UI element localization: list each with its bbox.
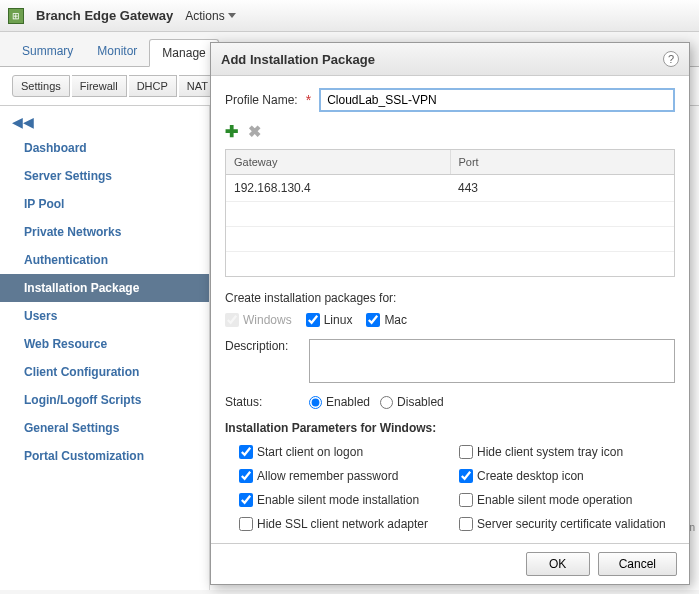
table-row[interactable] xyxy=(226,202,674,227)
start-on-logon-label: Start client on logon xyxy=(257,445,363,459)
sidebar-item-portal-customization[interactable]: Portal Customization xyxy=(0,442,209,470)
sidebar-item-server-settings[interactable]: Server Settings xyxy=(0,162,209,190)
start-on-logon-checkbox[interactable] xyxy=(239,445,253,459)
remember-password-label: Allow remember password xyxy=(257,469,398,483)
mac-label: Mac xyxy=(384,313,407,327)
required-star-icon: * xyxy=(306,92,311,108)
tab-manage[interactable]: Manage xyxy=(149,39,218,67)
subtab-dhcp[interactable]: DHCP xyxy=(129,75,177,97)
profile-name-label: Profile Name: xyxy=(225,93,298,107)
page-title: Branch Edge Gateway xyxy=(36,8,173,23)
windows-label: Windows xyxy=(243,313,292,327)
caret-down-icon xyxy=(228,13,236,18)
linux-checkbox[interactable] xyxy=(306,313,320,327)
description-textarea[interactable] xyxy=(309,339,675,383)
silent-install-checkbox[interactable] xyxy=(239,493,253,507)
linux-label: Linux xyxy=(324,313,353,327)
sidebar-item-users[interactable]: Users xyxy=(0,302,209,330)
sidebar-item-authentication[interactable]: Authentication xyxy=(0,246,209,274)
app-icon: ⊞ xyxy=(8,8,24,24)
dialog-title: Add Installation Package xyxy=(221,52,375,67)
grid-header-port[interactable]: Port xyxy=(451,150,675,174)
status-disabled-label: Disabled xyxy=(397,395,444,409)
hide-adapter-label: Hide SSL client network adapter xyxy=(257,517,428,531)
actions-menu[interactable]: Actions xyxy=(185,9,235,23)
sidebar-item-installation-package[interactable]: Installation Package xyxy=(0,274,209,302)
ok-button[interactable]: OK xyxy=(526,552,590,576)
table-row[interactable]: 192.168.130.4 443 xyxy=(226,175,674,202)
table-row[interactable] xyxy=(226,227,674,252)
sidebar-item-web-resource[interactable]: Web Resource xyxy=(0,330,209,358)
sidebar-collapse-icon[interactable]: ◀◀ xyxy=(0,110,209,134)
sidebar-item-general-settings[interactable]: General Settings xyxy=(0,414,209,442)
sidebar-item-dashboard[interactable]: Dashboard xyxy=(0,134,209,162)
subtab-settings[interactable]: Settings xyxy=(12,75,70,97)
add-installation-package-dialog: Add Installation Package ? Profile Name:… xyxy=(210,42,690,585)
remove-row-icon[interactable]: ✖ xyxy=(248,122,261,141)
profile-name-input[interactable] xyxy=(319,88,675,112)
tab-monitor[interactable]: Monitor xyxy=(85,38,149,66)
grid-cell-port: 443 xyxy=(450,175,674,201)
tab-summary[interactable]: Summary xyxy=(10,38,85,66)
silent-operation-label: Enable silent mode operation xyxy=(477,493,632,507)
hide-tray-label: Hide client system tray icon xyxy=(477,445,623,459)
actions-label: Actions xyxy=(185,9,224,23)
server-cert-checkbox[interactable] xyxy=(459,517,473,531)
silent-install-label: Enable silent mode installation xyxy=(257,493,419,507)
create-desktop-icon-checkbox[interactable] xyxy=(459,469,473,483)
subtab-firewall[interactable]: Firewall xyxy=(72,75,127,97)
create-desktop-icon-label: Create desktop icon xyxy=(477,469,584,483)
status-disabled-radio[interactable] xyxy=(380,396,393,409)
params-heading: Installation Parameters for Windows: xyxy=(225,421,675,435)
add-row-icon[interactable]: ✚ xyxy=(225,122,238,141)
sidebar-item-client-configuration[interactable]: Client Configuration xyxy=(0,358,209,386)
hide-adapter-checkbox[interactable] xyxy=(239,517,253,531)
hide-tray-checkbox[interactable] xyxy=(459,445,473,459)
status-enabled-label: Enabled xyxy=(326,395,370,409)
cancel-button[interactable]: Cancel xyxy=(598,552,677,576)
server-cert-label: Server security certificate validation xyxy=(477,517,666,531)
sidebar-item-login-logoff-scripts[interactable]: Login/Logoff Scripts xyxy=(0,386,209,414)
remember-password-checkbox[interactable] xyxy=(239,469,253,483)
status-label: Status: xyxy=(225,395,299,409)
sidebar-item-private-networks[interactable]: Private Networks xyxy=(0,218,209,246)
grid-header-gateway[interactable]: Gateway xyxy=(226,150,451,174)
mac-checkbox[interactable] xyxy=(366,313,380,327)
create-packages-label: Create installation packages for: xyxy=(225,291,675,305)
gateway-port-grid: Gateway Port 192.168.130.4 443 xyxy=(225,149,675,277)
description-label: Description: xyxy=(225,339,299,353)
help-icon[interactable]: ? xyxy=(663,51,679,67)
silent-operation-checkbox[interactable] xyxy=(459,493,473,507)
grid-cell-gateway: 192.168.130.4 xyxy=(226,175,450,201)
table-row[interactable] xyxy=(226,252,674,276)
status-enabled-radio[interactable] xyxy=(309,396,322,409)
windows-checkbox xyxy=(225,313,239,327)
sidebar-item-ip-pool[interactable]: IP Pool xyxy=(0,190,209,218)
